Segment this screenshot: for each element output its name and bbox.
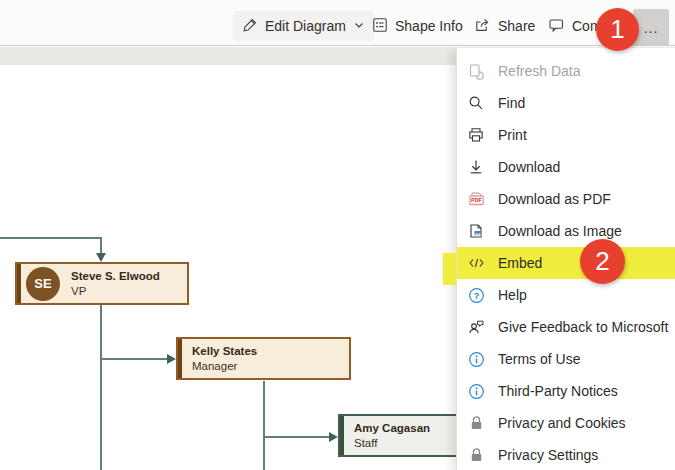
node-accent-strip	[178, 339, 182, 378]
menu-item-label: Find	[498, 95, 525, 111]
menu-item-label: Help	[498, 287, 527, 303]
share-icon	[474, 17, 491, 36]
menu-item-refresh-data: Refresh Data	[457, 55, 675, 87]
menu-item-label: Privacy and Cookies	[498, 415, 626, 431]
menu-item-terms-of-use[interactable]: Terms of Use	[457, 343, 675, 375]
share-label: Share	[498, 18, 535, 34]
find-icon	[467, 94, 485, 112]
highlight-annotation	[443, 253, 456, 285]
pencil-icon	[242, 17, 258, 36]
info-icon	[467, 350, 485, 368]
pdf-icon: PDF	[467, 190, 485, 208]
lock-icon	[467, 414, 485, 432]
toolbar: Edit Diagram Shape Info Share Comments .	[0, 0, 675, 46]
step-1-badge: 1	[596, 8, 639, 51]
edit-diagram-label: Edit Diagram	[265, 18, 346, 34]
ellipsis-icon: ...	[644, 20, 659, 36]
connector-line	[100, 305, 102, 470]
menu-item-download[interactable]: Download	[457, 151, 675, 183]
share-button[interactable]: Share	[465, 11, 544, 41]
menu-item-print[interactable]: Print	[457, 119, 675, 151]
visio-web-viewer: Edit Diagram Shape Info Share Comments .	[0, 0, 675, 470]
node-title: Manager	[192, 359, 257, 374]
menu-item-embed[interactable]: Embed	[457, 247, 675, 279]
node-name: Steve S. Elwood	[71, 269, 160, 284]
menu-item-third-party-notices[interactable]: Third-Party Notices	[457, 375, 675, 407]
lock-icon	[467, 446, 485, 464]
connector-line	[0, 237, 102, 239]
arrowhead-icon	[96, 253, 106, 262]
shape-info-label: Shape Info	[395, 18, 463, 34]
node-name: Kelly States	[192, 344, 257, 359]
org-node-kelly-states[interactable]: Kelly States Manager	[176, 337, 351, 380]
svg-text:PDF: PDF	[471, 197, 482, 203]
step-2-badge: 2	[580, 239, 625, 284]
more-options-menu: Refresh Data Find Print Download PDF Dow…	[456, 47, 675, 470]
menu-item-find[interactable]: Find	[457, 87, 675, 119]
node-name: Amy Cagasan	[354, 421, 430, 436]
download-icon	[467, 158, 485, 176]
node-accent-strip	[17, 264, 21, 303]
node-title: VP	[71, 284, 160, 299]
arrowhead-icon	[329, 432, 338, 442]
refresh-data-icon	[467, 62, 485, 80]
comment-icon	[548, 17, 565, 36]
menu-item-download-as-image[interactable]: Download as Image	[457, 215, 675, 247]
connector-line	[100, 237, 102, 254]
menu-item-label: Give Feedback to Microsoft	[498, 319, 668, 335]
info-icon	[467, 382, 485, 400]
menu-item-label: Embed	[498, 255, 542, 271]
shape-info-button[interactable]: Shape Info	[363, 11, 472, 41]
menu-item-label: Third-Party Notices	[498, 383, 618, 399]
menu-item-label: Download as Image	[498, 223, 622, 239]
shape-info-icon	[372, 17, 388, 36]
print-icon	[467, 126, 485, 144]
menu-item-label: Privacy Settings	[498, 447, 598, 463]
menu-item-download-as-pdf[interactable]: PDF Download as PDF	[457, 183, 675, 215]
menu-item-label: Print	[498, 127, 527, 143]
node-accent-strip	[340, 416, 344, 455]
connector-line	[265, 436, 330, 438]
org-node-steve-elwood[interactable]: SE Steve S. Elwood VP	[15, 262, 189, 305]
menu-item-label: Refresh Data	[498, 63, 580, 79]
menu-item-label: Terms of Use	[498, 351, 580, 367]
menu-item-help[interactable]: ? Help	[457, 279, 675, 311]
feedback-icon	[467, 318, 485, 336]
embed-icon	[467, 254, 485, 272]
connector-line	[102, 358, 168, 360]
svg-text:?: ?	[473, 290, 479, 301]
avatar: SE	[26, 267, 60, 301]
node-title: Staff	[354, 436, 430, 451]
edit-diagram-button[interactable]: Edit Diagram	[233, 11, 374, 41]
image-icon	[467, 222, 485, 240]
menu-item-privacy-and-cookies[interactable]: Privacy and Cookies	[457, 407, 675, 439]
help-icon: ?	[467, 286, 485, 304]
menu-item-label: Download	[498, 159, 560, 175]
menu-item-privacy-settings[interactable]: Privacy Settings	[457, 439, 675, 470]
connector-line	[263, 381, 265, 470]
arrowhead-icon	[167, 354, 176, 364]
menu-item-label: Download as PDF	[498, 191, 611, 207]
menu-item-give-feedback[interactable]: Give Feedback to Microsoft	[457, 311, 675, 343]
